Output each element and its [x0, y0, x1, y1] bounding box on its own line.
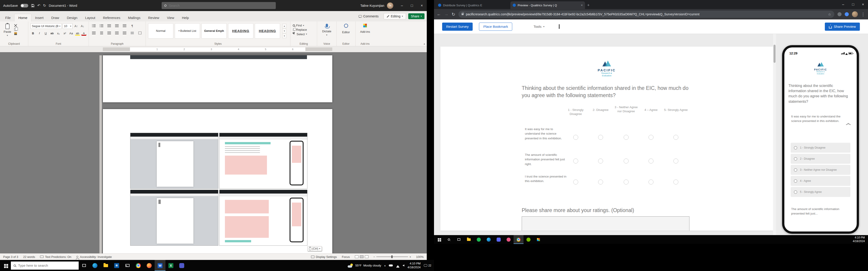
matrix-radio-r2c5[interactable] [673, 159, 678, 164]
shading-icon[interactable] [129, 31, 135, 35]
italic-icon[interactable]: I [37, 31, 42, 36]
redo-icon[interactable]: ↻ [43, 3, 46, 8]
tools-dropdown[interactable]: Tools▾ [532, 23, 546, 31]
mobile-option-3[interactable]: 3 - Neither Agree nor Disagree [791, 165, 850, 175]
style-heading-1[interactable]: HEADING [228, 23, 253, 39]
matrix-radio-r1c4[interactable] [649, 135, 653, 140]
line-spacing-icon[interactable] [122, 31, 127, 35]
preview-scrollbar[interactable] [773, 34, 776, 235]
font-name-select[interactable]: Segoe UI Historic (B▾ [31, 23, 62, 29]
zoom-slider[interactable] [376, 257, 408, 257]
tab-design[interactable]: Design [63, 14, 81, 22]
dictate-button[interactable]: Dictate ▾ [319, 23, 334, 37]
autosave-toggle[interactable] [21, 4, 28, 7]
style-heading-2[interactable]: HEADING [255, 23, 280, 39]
start-button[interactable] [0, 260, 11, 271]
embedded-screenshot-1[interactable] [130, 133, 218, 189]
underline-icon[interactable]: U [43, 31, 48, 36]
taskbar-clock[interactable]: 4:10 PM 4/16/2024 [853, 236, 868, 243]
embedded-screenshot-cropped[interactable] [130, 55, 307, 59]
align-right-icon[interactable] [106, 31, 112, 35]
bold-icon[interactable]: B [31, 31, 35, 36]
text-predictions-indicator[interactable]: Text Predictions: On [40, 255, 71, 259]
shrink-font-icon[interactable]: A↓ [80, 24, 85, 29]
grow-font-icon[interactable]: A↑ [73, 24, 79, 29]
chrome-button[interactable] [133, 260, 144, 271]
taskbar-clock[interactable]: 4:10 PM 4/16/2024 [408, 262, 421, 269]
back-icon[interactable]: ← [437, 12, 441, 17]
onedrive-icon[interactable] [389, 265, 393, 267]
edge-button[interactable] [484, 235, 494, 244]
search-button[interactable] [444, 235, 454, 244]
tab-draw[interactable]: Draw [48, 14, 63, 22]
kebab-menu-icon[interactable]: ⋮ [861, 12, 865, 17]
mobile-option-4[interactable]: 4 - Agree [791, 176, 850, 186]
firefox-button[interactable] [144, 260, 155, 271]
undo-icon[interactable]: ↶ [37, 3, 40, 8]
taskbar-search-input[interactable] [18, 264, 76, 267]
format-painter-icon[interactable] [14, 32, 17, 35]
maximize-button[interactable]: □ [848, 0, 858, 9]
justify-icon[interactable] [114, 31, 120, 35]
task-view-button[interactable] [79, 260, 90, 271]
close-tab-icon[interactable]: × [581, 3, 583, 7]
new-tab-button[interactable]: + [585, 2, 592, 8]
mobile-option-5[interactable]: 5 - Strongly Agree [791, 187, 850, 197]
tab-review[interactable]: Review [144, 14, 163, 22]
browser-tab-2[interactable]: Preview - Qualtrics Survey | Q × [510, 1, 585, 9]
place-bookmark-button[interactable]: Place Bookmark [479, 23, 512, 31]
green-app-button[interactable] [524, 235, 533, 244]
style-general-emph[interactable]: General Emph [202, 23, 227, 39]
print-layout-icon[interactable] [360, 256, 364, 258]
style-normal[interactable]: Normal [148, 23, 174, 39]
scrollbar-thumb[interactable] [774, 45, 776, 63]
refresh-icon[interactable]: ↻ [452, 12, 455, 17]
embedded-screenshot-3[interactable] [130, 190, 218, 246]
chrome-taskbar-button[interactable] [514, 235, 524, 244]
edge-button[interactable] [90, 260, 100, 271]
tab-view[interactable]: View [163, 14, 178, 22]
show-hidden-icons-button[interactable]: ▴ [384, 264, 385, 267]
paste-button[interactable]: Paste ▾ [2, 23, 12, 37]
maximize-button[interactable]: □ [407, 0, 417, 11]
matrix-radio-r3c4[interactable] [649, 179, 653, 184]
read-mode-icon[interactable] [355, 256, 359, 258]
font-size-select[interactable]: 10▾ [63, 23, 72, 29]
bookmark-star-icon[interactable]: ☆ [828, 12, 831, 16]
word-search-box[interactable] [162, 2, 276, 9]
subscript-icon[interactable]: x₂ [56, 31, 61, 36]
editing-mode-button[interactable]: Editing▾ [383, 13, 406, 20]
focus-button[interactable]: Focus [342, 255, 350, 259]
borders-icon[interactable] [137, 31, 143, 35]
wifi-icon[interactable] [396, 263, 400, 268]
extension-icon[interactable] [845, 12, 849, 16]
user-avatar[interactable]: TK [387, 2, 393, 9]
browser-tab-1[interactable]: Distribute Survey | Qualtrics E [436, 1, 510, 9]
multilevel-list-icon[interactable] [106, 23, 112, 28]
superscript-icon[interactable]: x² [62, 31, 67, 36]
find-button[interactable]: Find▾ [293, 23, 315, 28]
strikethrough-icon[interactable]: ab [50, 31, 55, 36]
matrix-radio-r3c5[interactable] [673, 179, 678, 184]
matrix-radio-r3c3[interactable] [624, 179, 629, 184]
task-view-button[interactable] [454, 235, 464, 244]
taskbar-search-box[interactable] [11, 262, 79, 270]
word-taskbar-button[interactable]: W [155, 260, 165, 271]
share-button[interactable]: Share▾ [408, 13, 425, 19]
mobile-option-2[interactable]: 2 - Disagree [791, 154, 850, 164]
decrease-indent-icon[interactable] [114, 23, 120, 28]
tab-mailings[interactable]: Mailings [124, 14, 144, 22]
matrix-radio-r1c3[interactable] [624, 135, 629, 140]
file-explorer-button[interactable] [464, 235, 474, 244]
extension-icon[interactable] [837, 12, 842, 16]
increase-indent-icon[interactable] [122, 23, 127, 28]
paste-options-button[interactable]: (Ctrl) ▾ [307, 246, 322, 251]
accessibility-indicator[interactable]: Accessibility: Investigate [76, 255, 112, 259]
page-indicator[interactable]: Page 3 of 3 [3, 255, 18, 259]
bullet-list-icon[interactable] [91, 23, 96, 28]
word-search-input[interactable] [169, 4, 273, 7]
collapse-ribbon-icon[interactable]: ▴ [424, 42, 425, 45]
copy-icon[interactable] [14, 28, 17, 31]
matrix-radio-r2c4[interactable] [649, 159, 653, 164]
mobile-option-1[interactable]: 1 - Strongly Disagree [791, 143, 850, 153]
